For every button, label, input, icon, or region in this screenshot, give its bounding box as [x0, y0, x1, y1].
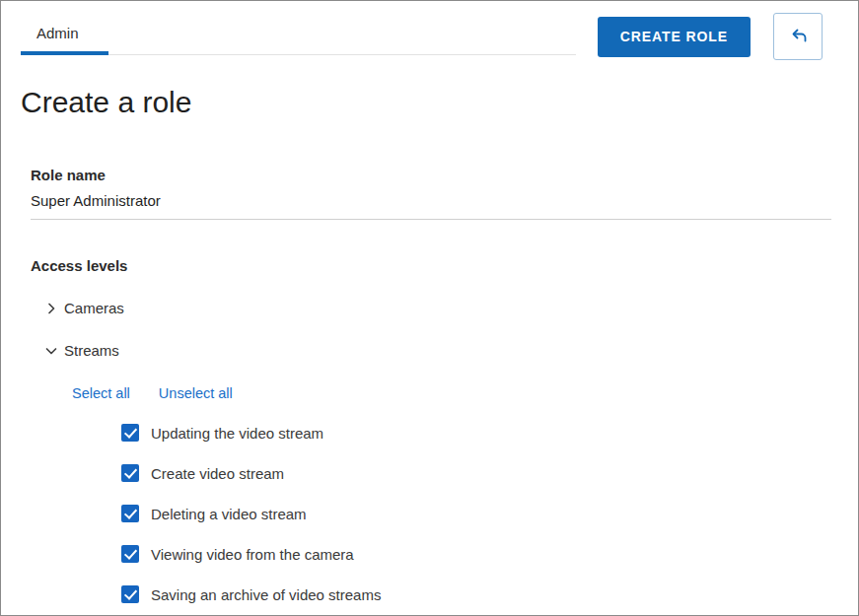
unselect-all-link[interactable]: Unselect all — [159, 385, 233, 401]
admin-create-role-page: Admin CREATE ROLE Create a role Role nam… — [0, 0, 859, 616]
checkbox-checked-icon[interactable] — [121, 505, 139, 522]
topbar: Admin CREATE ROLE — [1, 1, 858, 60]
chevron-right-icon — [43, 301, 59, 316]
checkbox-row[interactable]: Create video stream — [31, 464, 828, 482]
group-label-cameras: Cameras — [64, 300, 124, 316]
tab-admin[interactable]: Admin — [21, 17, 108, 54]
group-row-streams[interactable]: Streams — [31, 342, 828, 359]
create-role-button[interactable]: CREATE ROLE — [598, 17, 751, 57]
select-all-link[interactable]: Select all — [72, 385, 130, 401]
checkbox-label: Saving an archive of video streams — [151, 586, 381, 603]
tab-admin-label: Admin — [36, 25, 79, 41]
group-label-streams: Streams — [64, 342, 119, 359]
checkbox-row[interactable]: Viewing video from the camera — [31, 545, 828, 563]
page-title: Create a role — [21, 86, 838, 119]
undo-arrow-icon — [787, 26, 809, 47]
group-row-cameras[interactable]: Cameras — [31, 300, 828, 316]
tab-bar: Admin — [21, 17, 576, 55]
access-levels-section: Access levels Cameras Streams Select all… — [31, 257, 828, 603]
checkbox-row[interactable]: Updating the video stream — [31, 424, 828, 442]
role-name-input[interactable] — [31, 185, 831, 220]
back-button[interactable] — [773, 13, 823, 60]
checkbox-checked-icon[interactable] — [121, 424, 139, 442]
streams-bulk-actions: Select all Unselect all — [31, 385, 828, 401]
checkbox-checked-icon[interactable] — [121, 545, 139, 563]
chevron-down-icon — [43, 343, 59, 359]
role-name-section: Role name — [31, 167, 831, 220]
topbar-actions: CREATE ROLE — [598, 13, 823, 60]
checkbox-label: Updating the video stream — [151, 425, 323, 442]
checkbox-row[interactable]: Deleting a video stream — [31, 505, 828, 522]
checkbox-checked-icon[interactable] — [121, 464, 139, 482]
checkbox-label: Viewing video from the camera — [151, 546, 354, 563]
checkbox-label: Create video stream — [151, 465, 284, 482]
checkbox-label: Deleting a video stream — [151, 506, 307, 522]
checkbox-checked-icon[interactable] — [121, 585, 139, 603]
access-levels-heading: Access levels — [31, 257, 828, 274]
checkbox-row[interactable]: Saving an archive of video streams — [31, 585, 828, 603]
role-name-label: Role name — [31, 167, 831, 183]
